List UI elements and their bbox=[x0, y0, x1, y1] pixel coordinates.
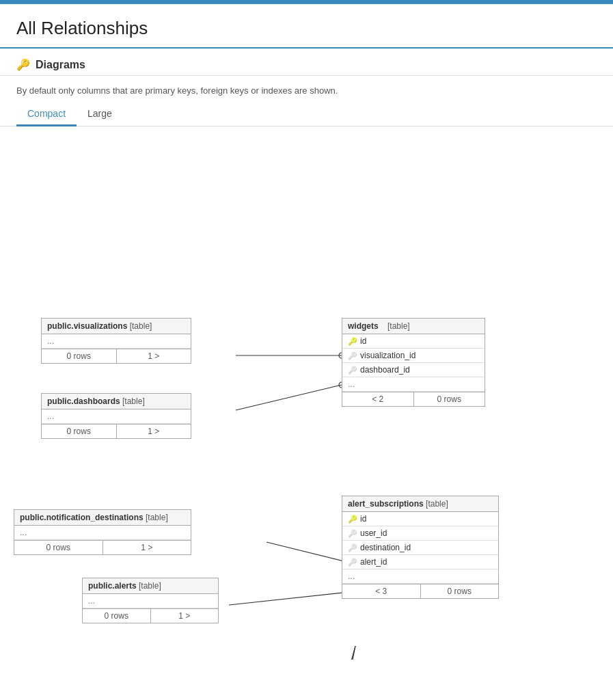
widgets-row-dashboard-id: 🔑 dashboard_id bbox=[342, 363, 485, 377]
svg-line-6 bbox=[229, 591, 355, 605]
alert-subs-type: [table] bbox=[426, 499, 448, 509]
key-foreign-icon-2: 🔑 bbox=[348, 366, 357, 375]
svg-line-10 bbox=[335, 646, 355, 660]
dashboards-footer: 0 rows 1 > bbox=[42, 424, 191, 438]
diagram-area: public.visualizations [table] ... 0 rows… bbox=[0, 126, 613, 660]
alerts-type: [table] bbox=[139, 581, 161, 591]
notification-footer: 0 rows 1 > bbox=[14, 540, 191, 554]
svg-line-2 bbox=[236, 385, 342, 410]
alerts-rows: 0 rows bbox=[83, 609, 151, 623]
alert-subs-row-alert-id: 🔑 alert_id bbox=[342, 555, 498, 569]
table-notification-destinations[interactable]: public.notification_destinations [table]… bbox=[14, 509, 191, 555]
table-dashboards[interactable]: public.dashboards [table] ... 0 rows 1 > bbox=[41, 393, 191, 439]
table-alerts[interactable]: public.alerts [table] ... 0 rows 1 > bbox=[82, 578, 219, 623]
dashboards-name: public.dashboards bbox=[47, 396, 120, 406]
widgets-row-visualization-id: 🔑 visualization_id bbox=[342, 349, 485, 363]
svg-line-8 bbox=[335, 646, 355, 660]
page-title: All Relationships bbox=[16, 18, 597, 39]
visualizations-dots: ... bbox=[42, 334, 191, 349]
alert-subs-name: alert_subscriptions bbox=[348, 499, 424, 509]
alerts-links[interactable]: 1 > bbox=[151, 609, 219, 623]
page-header: All Relationships bbox=[0, 4, 613, 49]
notification-name: public.notification_destinations bbox=[20, 513, 144, 522]
widgets-footer: < 2 0 rows bbox=[342, 392, 485, 406]
notification-dots: ... bbox=[14, 526, 191, 540]
table-visualizations[interactable]: public.visualizations [table] ... 0 rows… bbox=[41, 318, 191, 364]
alert-subs-key-foreign-1: 🔑 bbox=[348, 529, 357, 538]
section-label: Diagrams bbox=[36, 59, 85, 71]
info-text: By default only columns that are primary… bbox=[0, 76, 613, 103]
widgets-dots: ... bbox=[342, 377, 485, 392]
section-header: 🔑 Diagrams bbox=[0, 49, 613, 76]
dashboards-rows: 0 rows bbox=[42, 425, 117, 438]
notification-type: [table] bbox=[146, 513, 168, 522]
notification-links[interactable]: 1 > bbox=[103, 541, 191, 554]
alert-subs-key-foreign-3: 🔑 bbox=[348, 558, 357, 567]
alert-subs-key-primary: 🔑 bbox=[348, 515, 357, 524]
alert-subs-row-user-id: 🔑 user_id bbox=[342, 526, 498, 541]
dashboards-dots: ... bbox=[42, 409, 191, 424]
tab-compact[interactable]: Compact bbox=[16, 103, 77, 126]
alert-subs-rows: 0 rows bbox=[421, 584, 499, 598]
visualizations-rows: 0 rows bbox=[42, 349, 117, 363]
alert-subs-footer: < 3 0 rows bbox=[342, 584, 498, 598]
widgets-name: widgets bbox=[348, 321, 379, 331]
tabs-container: Compact Large bbox=[0, 103, 613, 126]
alerts-footer: 0 rows 1 > bbox=[83, 608, 218, 623]
key-foreign-icon: 🔑 bbox=[348, 351, 357, 360]
widgets-row-id: 🔑 id bbox=[342, 334, 485, 349]
visualizations-name: public.visualizations bbox=[47, 321, 127, 331]
alert-subs-row-id: 🔑 id bbox=[342, 512, 498, 526]
notification-rows: 0 rows bbox=[14, 541, 103, 554]
table-widgets[interactable]: widgets [table] 🔑 id 🔑 visualization_id … bbox=[342, 318, 485, 407]
diagrams-icon: 🔑 bbox=[16, 58, 30, 71]
tab-large[interactable]: Large bbox=[77, 103, 123, 126]
widgets-type: [table] bbox=[381, 321, 410, 331]
alert-subs-key-foreign-2: 🔑 bbox=[348, 543, 357, 552]
visualizations-links[interactable]: 1 > bbox=[117, 349, 191, 363]
table-alert-subscriptions[interactable]: alert_subscriptions [table] 🔑 id 🔑 user_… bbox=[342, 496, 499, 599]
alert-subs-dots: ... bbox=[342, 569, 498, 584]
visualizations-footer: 0 rows 1 > bbox=[42, 349, 191, 363]
alerts-dots: ... bbox=[83, 594, 218, 608]
alert-subs-footer-left[interactable]: < 3 bbox=[342, 584, 421, 598]
widgets-footer-left[interactable]: < 2 bbox=[342, 392, 414, 406]
dashboards-links[interactable]: 1 > bbox=[117, 425, 191, 438]
alert-subs-row-destination-id: 🔑 destination_id bbox=[342, 541, 498, 555]
dashboards-type: [table] bbox=[122, 396, 145, 406]
widgets-rows: 0 rows bbox=[414, 392, 485, 406]
alerts-name: public.alerts bbox=[88, 581, 137, 591]
key-primary-icon: 🔑 bbox=[348, 337, 357, 346]
visualizations-type: [table] bbox=[130, 321, 152, 331]
